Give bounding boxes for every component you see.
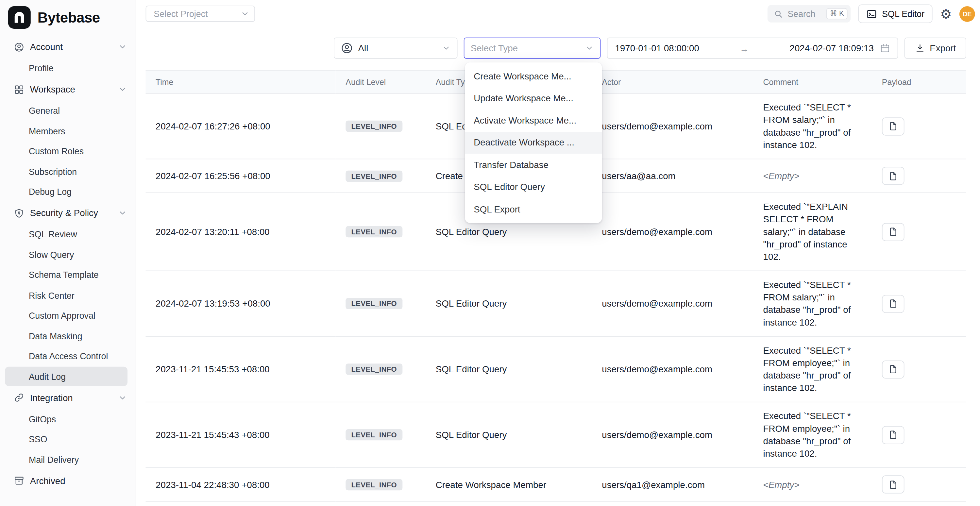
- search-icon: [774, 9, 783, 19]
- type-option-sql-editor-query[interactable]: SQL Editor Query: [465, 176, 602, 198]
- chevron-down-icon: [240, 10, 250, 18]
- download-icon: [915, 43, 925, 53]
- shield-icon: [14, 208, 24, 218]
- payload-button[interactable]: [882, 223, 905, 240]
- type-option-transfer-database[interactable]: Transfer Database: [465, 154, 602, 176]
- sidebar-section-label: Security & Policy: [30, 208, 98, 218]
- topbar: Select Project Search ⌘ K: [136, 0, 980, 27]
- cell-payload: [872, 271, 966, 336]
- column-header-comment: Comment: [753, 70, 872, 94]
- export-button[interactable]: Export: [905, 38, 966, 59]
- sql-editor-icon: [866, 8, 877, 19]
- cell-comment: Executed `"SELECT * FROM salary;"` in da…: [753, 271, 872, 336]
- sidebar-section-label: Account: [30, 42, 63, 52]
- sidebar-section-workspace[interactable]: Workspace: [0, 79, 136, 100]
- cell-payload: [872, 159, 966, 193]
- payload-button[interactable]: [882, 475, 905, 493]
- sidebar-item-data-access-control[interactable]: Data Access Control: [5, 347, 127, 366]
- type-option-create-workspace-me[interactable]: Create Workspace Me...: [465, 65, 602, 87]
- payload-button[interactable]: [882, 117, 905, 135]
- sidebar-item-custom-approval[interactable]: Custom Approval: [5, 306, 127, 325]
- sidebar-item-gitops[interactable]: GitOps: [5, 409, 127, 428]
- project-select[interactable]: Select Project: [145, 6, 255, 22]
- cell-audit-level: LEVEL_INFO: [336, 402, 426, 468]
- file-icon: [888, 430, 898, 440]
- table-row: 2024-02-07 13:19:53 +08:00LEVEL_INFOSQL …: [145, 271, 966, 336]
- cell-actor: users/demo@example.com: [592, 271, 753, 336]
- date-range-picker[interactable]: 1970-01-01 08:00:00 → 2024-02-07 18:09:1…: [607, 38, 898, 59]
- brand-name: Bytebase: [38, 9, 100, 26]
- cell-audit-level: LEVEL_INFO: [336, 468, 426, 501]
- cell-actor: users/demo@example.com: [592, 501, 753, 506]
- file-icon: [888, 121, 898, 131]
- archive-icon: [14, 475, 24, 486]
- sidebar-section-integration[interactable]: Integration: [0, 387, 136, 408]
- cell-time: 2024-02-07 16:27:26 +08:00: [145, 94, 336, 159]
- table-row: 2023-11-21 15:45:53 +08:00LEVEL_INFOSQL …: [145, 336, 966, 402]
- audit-level-badge: LEVEL_INFO: [345, 121, 402, 132]
- sidebar: Bytebase AccountProfileWorkspaceGeneralM…: [0, 0, 136, 506]
- search-shortcut-badge: ⌘ K: [826, 8, 848, 19]
- avatar[interactable]: DE: [959, 6, 975, 22]
- sidebar-item-sso[interactable]: SSO: [5, 430, 127, 449]
- sidebar-item-mail-delivery[interactable]: Mail Delivery: [5, 450, 127, 469]
- file-icon: [888, 479, 898, 490]
- cell-time: 2023-11-04 22:48:30 +08:00: [145, 468, 336, 501]
- sidebar-section-archived[interactable]: Archived: [0, 470, 136, 491]
- sidebar-section-security-policy[interactable]: Security & Policy: [0, 202, 136, 224]
- sidebar-item-schema-template[interactable]: Schema Template: [5, 265, 127, 284]
- type-option-update-workspace-me[interactable]: Update Workspace Me...: [465, 87, 602, 110]
- sidebar-item-audit-log[interactable]: Audit Log: [5, 367, 127, 386]
- link-icon: [14, 392, 24, 403]
- cell-payload: [872, 94, 966, 159]
- cell-comment: <Empty>: [753, 468, 872, 501]
- date-to-value: 2024-02-07 18:09:13: [790, 43, 874, 53]
- cell-comment: Executed `"SELECT * FROM employee;"` in …: [753, 336, 872, 402]
- sidebar-item-risk-center[interactable]: Risk Center: [5, 285, 127, 305]
- sidebar-item-data-masking[interactable]: Data Masking: [5, 326, 127, 345]
- file-icon: [888, 364, 898, 374]
- type-option-sql-export[interactable]: SQL Export: [465, 198, 602, 220]
- cell-audit-type: Create Workspace Member: [426, 468, 592, 501]
- sidebar-section-label: Archived: [30, 476, 65, 486]
- search-placeholder: Search: [788, 9, 815, 19]
- sidebar-item-slow-query[interactable]: Slow Query: [5, 245, 127, 264]
- sql-editor-button[interactable]: SQL Editor: [858, 4, 932, 23]
- type-dropdown: Create Workspace Me...Update Workspace M…: [465, 62, 602, 223]
- payload-button[interactable]: [882, 294, 905, 312]
- file-icon: [888, 299, 898, 309]
- sidebar-item-sql-review[interactable]: SQL Review: [5, 224, 127, 244]
- payload-button[interactable]: [882, 360, 905, 378]
- brand-logo[interactable]: Bytebase: [0, 0, 136, 35]
- sidebar-item-subscription[interactable]: Subscription: [5, 162, 127, 181]
- sidebar-item-general[interactable]: General: [5, 101, 127, 120]
- sidebar-item-debug-log[interactable]: Debug Log: [5, 182, 127, 201]
- payload-button[interactable]: [882, 426, 905, 444]
- table-row: 2023-11-04 21:26:34 +08:00LEVEL_INFOSQL …: [145, 501, 966, 506]
- cell-comment: Executed `"SELECT * FROM employee;"` in …: [753, 402, 872, 468]
- cell-audit-type: SQL Editor Query: [426, 271, 592, 336]
- bytebase-logo-icon: [8, 6, 31, 29]
- main-area: Select Project Search ⌘ K: [136, 0, 980, 506]
- cell-actor: users/aa@aa.com: [592, 159, 753, 193]
- cell-audit-level: LEVEL_INFO: [336, 193, 426, 271]
- audit-type-placeholder: Select Type: [471, 43, 518, 53]
- search-input[interactable]: Search ⌘ K: [767, 5, 851, 22]
- sidebar-section-account[interactable]: Account: [0, 36, 136, 57]
- cell-payload: [872, 402, 966, 468]
- payload-button[interactable]: [882, 167, 905, 185]
- cell-audit-level: LEVEL_INFO: [336, 336, 426, 402]
- sidebar-item-profile[interactable]: Profile: [5, 59, 127, 78]
- cell-audit-type: SQL Editor Query: [426, 402, 592, 468]
- gear-icon[interactable]: ⚙: [940, 7, 952, 20]
- actor-scope-select[interactable]: All: [334, 38, 458, 59]
- type-option-activate-workspace-me[interactable]: Activate Workspace Me...: [465, 109, 602, 131]
- audit-level-badge: LEVEL_INFO: [345, 170, 402, 181]
- sidebar-item-custom-roles[interactable]: Custom Roles: [5, 142, 127, 161]
- audit-type-select[interactable]: Select Type: [464, 38, 601, 59]
- sidebar-section-label: Integration: [30, 393, 73, 403]
- audit-level-badge: LEVEL_INFO: [345, 226, 402, 237]
- column-header-payload: Payload: [872, 70, 966, 94]
- sidebar-item-members[interactable]: Members: [5, 121, 127, 140]
- type-option-deactivate-workspace[interactable]: Deactivate Workspace ...: [465, 131, 602, 154]
